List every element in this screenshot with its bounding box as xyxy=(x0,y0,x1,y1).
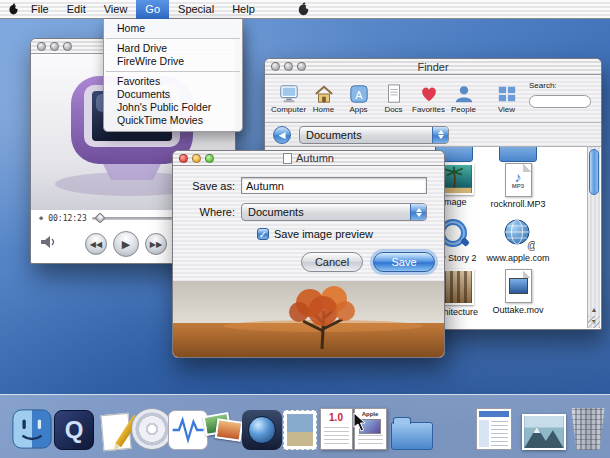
svg-text:@: @ xyxy=(527,240,535,251)
dock-quicktime-icon[interactable]: Q xyxy=(52,406,96,450)
document-icon xyxy=(383,84,405,104)
menu-separator xyxy=(106,38,240,39)
where-popup[interactable]: Documents xyxy=(241,203,427,221)
desktop[interactable]: File Edit View Go Special Help Home Hard… xyxy=(0,0,610,458)
save-dialog-form: Save as: Autumn Where: Documents ✓ Save … xyxy=(173,166,444,281)
cancel-button[interactable]: Cancel xyxy=(301,252,363,272)
timeline-thumb[interactable] xyxy=(94,212,105,223)
save-preview-checkbox[interactable]: ✓ xyxy=(257,228,269,240)
mouse-cursor xyxy=(352,412,366,436)
dialog-titlebar[interactable]: Autumn xyxy=(173,151,444,166)
dock-trash-icon[interactable] xyxy=(566,406,610,450)
autumn-image-preview xyxy=(173,281,444,358)
save-button[interactable]: Save xyxy=(373,252,435,272)
folder-item-partial[interactable] xyxy=(482,147,554,162)
computer-icon xyxy=(278,84,300,104)
folder-icon xyxy=(499,147,537,162)
close-button[interactable] xyxy=(37,42,46,51)
home-icon xyxy=(313,84,335,104)
grid-view-icon xyxy=(496,84,518,104)
scroll-up-button[interactable]: ▲ xyxy=(591,304,598,316)
apple-menu-icon[interactable] xyxy=(7,2,20,17)
menu-item-quicktime-movies[interactable]: QuickTime Movies xyxy=(104,114,242,127)
menu-help[interactable]: Help xyxy=(223,0,264,19)
heart-icon xyxy=(418,84,440,104)
menu-item-documents[interactable]: Documents xyxy=(104,88,242,101)
person-icon xyxy=(453,84,475,104)
popup-arrows-icon xyxy=(432,127,448,143)
menu-special[interactable]: Special xyxy=(169,0,223,19)
go-menu-dropdown: Home Hard Drive FireWire Drive Favorites… xyxy=(103,19,243,132)
menu-item-firewire-drive[interactable]: FireWire Drive xyxy=(104,55,242,68)
vertical-scrollbar[interactable]: ▲ ▼ xyxy=(587,147,600,328)
toolbar-view-button[interactable]: View xyxy=(489,84,524,114)
menu-go[interactable]: Go xyxy=(136,0,169,19)
finder-titlebar[interactable]: Finder xyxy=(265,59,601,75)
document-proxy-icon xyxy=(283,153,292,164)
volume-icon[interactable] xyxy=(39,234,57,254)
menu-view[interactable]: View xyxy=(95,0,137,19)
save-as-label: Save as: xyxy=(179,180,241,192)
window-controls xyxy=(37,42,72,51)
checkbox-label: Save image preview xyxy=(274,228,373,240)
search-area: Search: xyxy=(529,81,593,108)
toolbar-favorites-button[interactable]: Favorites xyxy=(411,84,446,114)
finder-nav-bar: ◀ Documents xyxy=(265,123,601,147)
file-item-outtake[interactable]: Outtake.mov xyxy=(482,269,554,315)
svg-text:A: A xyxy=(355,88,363,100)
location-popup[interactable]: Documents xyxy=(299,126,449,144)
window-title: Finder xyxy=(265,61,601,73)
dock-landscape-icon[interactable] xyxy=(522,406,566,450)
toolbar-docs-button[interactable]: Docs xyxy=(376,84,411,114)
file-item-apple-com[interactable]: @ www.apple.com xyxy=(482,217,554,263)
popup-arrows-icon xyxy=(410,204,426,220)
save-dialog-window: Autumn Save as: Autumn Where: Documents xyxy=(172,150,445,358)
save-as-field[interactable]: Autumn xyxy=(241,177,427,194)
back-button[interactable]: ◀ xyxy=(273,126,291,144)
menu-item-johns-public-folder[interactable]: John's Public Folder xyxy=(104,101,242,114)
menu-item-hard-drive[interactable]: Hard Drive xyxy=(104,42,242,55)
menu-file[interactable]: File xyxy=(22,0,58,19)
menu-bar: File Edit View Go Special Help xyxy=(0,0,610,19)
menu-item-favorites[interactable]: Favorites xyxy=(104,75,242,88)
toolbar-home-button[interactable]: Home xyxy=(306,84,341,114)
apple-logo-icon xyxy=(296,1,311,20)
apps-icon: A xyxy=(348,84,370,104)
toolbar-people-button[interactable]: People xyxy=(446,84,481,114)
finder-toolbar: Computer Home A Apps Docs Favorites Peop… xyxy=(265,75,601,123)
dock-webpage-icon[interactable] xyxy=(472,406,516,450)
file-item-mp3[interactable]: ♪ MP3 rocknroll.MP3 xyxy=(482,163,554,209)
fast-forward-button[interactable]: ▶▶ xyxy=(145,233,167,255)
dock: Q 1.0 xyxy=(0,394,610,458)
play-button[interactable]: ▶ xyxy=(113,231,139,257)
dock-finder-icon[interactable] xyxy=(10,406,54,450)
toolbar-apps-button[interactable]: A Apps xyxy=(341,84,376,114)
mp3-document-icon: ♪ MP3 xyxy=(505,163,532,197)
zoom-button[interactable] xyxy=(63,42,72,51)
dock-folder-icon[interactable] xyxy=(390,406,434,450)
globe-icon: @ xyxy=(501,217,535,251)
minimize-button[interactable] xyxy=(50,42,59,51)
resize-grip[interactable] xyxy=(588,316,600,328)
menu-item-home[interactable]: Home xyxy=(104,22,242,35)
menu-edit[interactable]: Edit xyxy=(58,0,95,19)
timecode: 00:12:23 xyxy=(48,214,87,223)
window-title: Autumn xyxy=(173,152,444,164)
playhead-icon: ◆ xyxy=(39,214,43,222)
rewind-button[interactable]: ◀◀ xyxy=(85,233,107,255)
movie-document-icon xyxy=(505,269,532,303)
scrollbar-thumb[interactable] xyxy=(589,149,599,195)
where-label: Where: xyxy=(179,206,241,218)
search-input[interactable] xyxy=(529,95,591,108)
toolbar-computer-button[interactable]: Computer xyxy=(271,84,306,114)
search-label: Search: xyxy=(529,81,593,90)
menu-separator xyxy=(106,71,240,72)
